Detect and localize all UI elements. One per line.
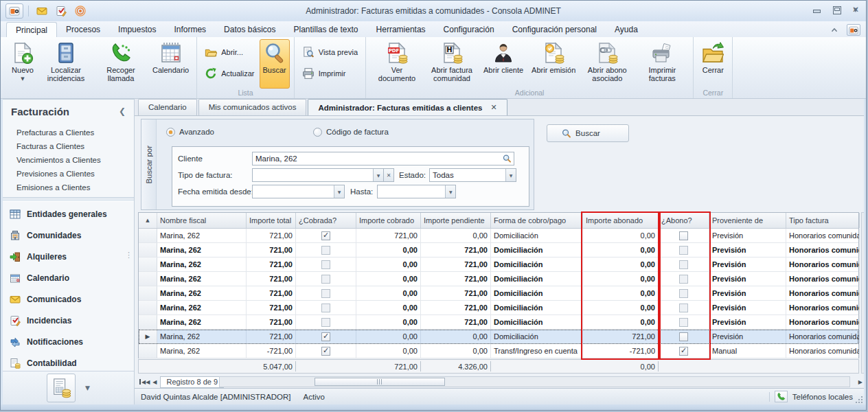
column-header-abonado[interactable]: Importe abonado (583, 213, 659, 228)
sidebar-item-comunicados[interactable]: Comunicados (3, 288, 134, 310)
quick-access-broadcast-icon[interactable] (72, 3, 89, 19)
sidebar-item-alquileres[interactable]: Alquileres (3, 246, 134, 267)
ribbon-button-abrir-emision[interactable]: Abrir emisión (528, 39, 579, 89)
menu-tab-configuracion[interactable]: Configuración (435, 22, 503, 37)
search-panel-side-tab[interactable]: Buscar por (141, 119, 157, 209)
doc-tab-mis-comunicados-activos[interactable]: Mis comunicados activos (198, 99, 307, 115)
chevron-down-icon[interactable]: ▼ (445, 185, 455, 198)
sidebar-link-vencimientos-a-clientes[interactable]: Vencimientos a Clientes (16, 153, 131, 167)
estado-combo[interactable]: Todas ▼ (429, 168, 516, 182)
sidebar-item-entidades-generales[interactable]: Entidades generales (3, 203, 134, 225)
ribbon-button-recoger-llamada[interactable]: Recoger llamada (94, 39, 148, 89)
chevron-down-icon[interactable]: ▼ (505, 169, 516, 181)
vertical-scrollbar[interactable] (861, 212, 864, 374)
buscar-button[interactable]: Buscar (547, 124, 629, 142)
ribbon-button-imprimir-facturas[interactable]: Imprimir facturas (635, 39, 689, 89)
checkbox-abono[interactable] (679, 347, 688, 356)
tab-list-dropdown-icon[interactable]: ▼ (854, 7, 858, 13)
checkbox-abono[interactable] (679, 246, 688, 255)
checkbox-cobrada[interactable] (321, 347, 330, 356)
restore-button[interactable] (832, 6, 841, 14)
configure-buttons-icon[interactable]: ▼ (85, 385, 90, 391)
column-header-cobrada[interactable]: ¿Cobrada? (296, 213, 356, 228)
column-header-forma[interactable]: Forma de cobro/pago (491, 213, 583, 228)
menu-tab-herramientas[interactable]: Herramientas (367, 22, 435, 37)
sidebar-link-facturas-a-clientes[interactable]: Facturas a Clientes (16, 139, 131, 153)
column-header-cobrado[interactable]: Importe cobrado (356, 213, 421, 228)
menu-tab-informes[interactable]: Informes (165, 22, 215, 37)
column-header-pendiente[interactable]: Importe pendiente (421, 213, 491, 228)
sidebar-item-notificaciones[interactable]: Notificaciones (3, 331, 134, 352)
window-resize-grip[interactable] (855, 396, 863, 403)
checkbox-abono[interactable] (679, 332, 688, 341)
menu-tab-configuracion-personal[interactable]: Configuración personal (503, 22, 606, 37)
checkbox-cobrada[interactable] (321, 332, 330, 341)
checkbox-cobrada[interactable] (321, 318, 330, 327)
chevron-down-icon[interactable]: ▼ (373, 169, 383, 181)
ribbon-button-localizar-incidencias[interactable]: Localizar incidencias (39, 39, 93, 89)
checkbox-cobrada[interactable] (321, 260, 330, 269)
table-row[interactable]: Marina, 262721,000,00721,00Domiciliación… (139, 272, 858, 286)
quick-access-mail-icon[interactable] (34, 3, 50, 19)
menu-tab-principal[interactable]: Principal (6, 22, 57, 37)
invoices-module-button[interactable] (47, 374, 76, 402)
ribbon-button-cerrar[interactable]: Cerrar (698, 39, 728, 89)
menu-tab-impuestos[interactable]: Impuestos (109, 22, 165, 37)
checkbox-abono[interactable] (679, 304, 688, 312)
lookup-search-icon[interactable] (502, 154, 512, 163)
checkbox-abono[interactable] (679, 260, 688, 269)
table-row[interactable]: Marina, 262721,00721,000,00Domiciliación… (139, 229, 858, 243)
ribbon-button-buscar[interactable]: Buscar (260, 39, 290, 89)
sidebar-link-emisiones-a-clientes[interactable]: Emisiones a Clientes (16, 181, 131, 194)
collapse-ribbon-icon[interactable] (827, 24, 841, 36)
column-header-proveniente[interactable]: Proveniente de (709, 213, 786, 228)
checkbox-abono[interactable] (679, 231, 688, 240)
checkbox-abono[interactable] (679, 275, 688, 284)
local-phones-button[interactable] (775, 391, 788, 402)
sidebar-resize-grip-icon[interactable]: ⋮ (125, 254, 133, 257)
chevron-down-icon[interactable]: ▼ (334, 185, 344, 198)
fecha-desde-combo[interactable]: ▼ (252, 185, 345, 198)
menu-tab-procesos[interactable]: Procesos (57, 22, 109, 37)
checkbox-cobrada[interactable] (321, 275, 330, 284)
table-row[interactable]: Marina, 262721,000,00721,00Domiciliación… (139, 315, 858, 330)
ribbon-button-nuevo[interactable]: Nuevo▼ (8, 39, 38, 89)
sidebar-splitter[interactable] (3, 197, 134, 202)
ribbon-button-ver-documento[interactable]: PDFVer documento (370, 39, 424, 89)
ribbon-button-abrir-cliente[interactable]: Abrir cliente (480, 39, 527, 89)
ribbon-button-abrir-abono-asociado[interactable]: Abrir abono asociado (580, 39, 634, 89)
checkbox-cobrada[interactable] (321, 289, 330, 298)
checkbox-cobrada[interactable] (321, 246, 330, 255)
doc-tab-calendario[interactable]: Calendario (138, 99, 197, 115)
hasta-combo[interactable]: ▼ (377, 185, 456, 198)
checkbox-abono[interactable] (679, 318, 688, 327)
table-row[interactable]: Marina, 262721,000,00721,00Domiciliación… (139, 301, 858, 315)
horizontal-scrollbar[interactable] (219, 376, 850, 387)
clear-tipo-factura-icon[interactable]: ✕ (384, 168, 394, 182)
sidebar-item-incidencias[interactable]: Incidencias (3, 310, 134, 331)
tipo-factura-combo[interactable]: ▼ (252, 168, 384, 182)
table-row[interactable]: Marina, 262721,000,00721,00Domiciliación… (139, 286, 858, 301)
ribbon-button-vista-previa[interactable]: Vista previa (299, 45, 361, 60)
collapse-sidebar-icon[interactable]: ❮ (119, 106, 126, 116)
ribbon-button-abrir-factura-comunidad[interactable]: HAbrir factura comunidad (425, 39, 479, 89)
column-header-nombre[interactable]: Nombre fiscal (157, 213, 247, 228)
previous-record-icon[interactable]: ◀ (151, 376, 158, 387)
doc-tab-administrador-facturas-emitidas-a-clientes[interactable]: Administrador: Facturas emitidas a clien… (308, 99, 507, 115)
first-record-icon[interactable]: ◀◀ (138, 376, 151, 387)
minimize-button[interactable] (812, 6, 821, 14)
horizontal-scrollbar-thumb[interactable] (315, 378, 445, 386)
column-header-indicator[interactable]: ▲ (139, 213, 157, 228)
ribbon-button-actualizar[interactable]: Actualizar (202, 66, 257, 81)
table-row[interactable]: Marina, 262-721,000,000,00Transf/Ingreso… (139, 344, 858, 358)
quick-access-tasks-icon[interactable] (53, 3, 69, 19)
column-header-total[interactable]: Importe total (247, 213, 296, 228)
cliente-input[interactable]: Marina, 262 (252, 152, 514, 165)
sidebar-item-comunidades[interactable]: Comunidades (3, 225, 134, 246)
checkbox-abono[interactable] (679, 289, 688, 298)
menu-tab-plantillas-de-texto[interactable]: Plantillas de texto (284, 22, 367, 37)
ribbon-button-abrir[interactable]: Abrir... (202, 45, 257, 60)
menu-tab-datos-basicos[interactable]: Datos básicos (215, 22, 284, 37)
ribbon-button-imprimir[interactable]: Imprimir (299, 66, 361, 81)
checkbox-cobrada[interactable] (321, 304, 330, 312)
